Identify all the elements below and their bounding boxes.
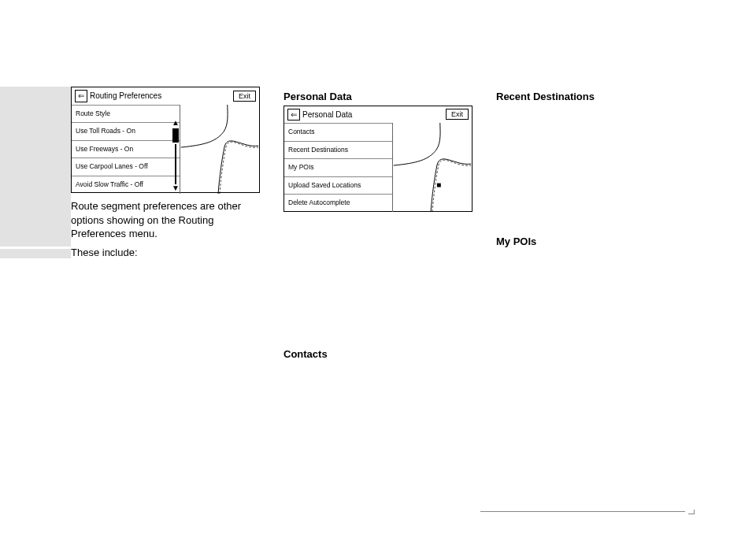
figure-header: ⇐ Personal Data Exit: [284, 106, 472, 124]
figure-body: Contacts Recent Destinations My POIs Upl…: [284, 123, 472, 212]
figure-routing-preferences: ⇐ Routing Preferences Exit Route Style U…: [71, 87, 260, 193]
back-icon: ⇐: [75, 90, 87, 102]
margin-grey-band: [0, 87, 71, 247]
figure-list-row: Avoid Slow Traffic - Off: [72, 176, 180, 194]
road-line: [431, 159, 471, 212]
road-dashed-line: [220, 142, 258, 194]
road-line: [181, 105, 228, 147]
figure-body: Route Style Use Toll Roads - On Use Free…: [72, 105, 259, 194]
figure-list: Route Style Use Toll Roads - On Use Free…: [72, 105, 180, 194]
figure-map: [393, 123, 472, 212]
figure-personal-data: ⇐ Personal Data Exit Contacts Recent Des…: [284, 106, 472, 212]
figure-list-row: Use Freeways - On: [72, 140, 180, 158]
figure-list-row: My POIs: [284, 158, 392, 176]
exit-button: Exit: [233, 91, 256, 102]
figure-title: Routing Preferences: [90, 91, 233, 102]
paragraph: These include:: [71, 246, 260, 260]
figure-map: [180, 105, 259, 194]
column-3: Recent Destinations My POIs: [496, 87, 685, 362]
road-line: [218, 140, 258, 193]
heading-contacts: Contacts: [284, 347, 472, 362]
map-marker-icon: [437, 184, 441, 187]
figure-list-row: Contacts: [284, 123, 392, 141]
back-icon: ⇐: [287, 109, 300, 121]
footer-tick-icon: [688, 510, 695, 514]
figure-list-row: Route Style: [72, 105, 180, 123]
road-line: [394, 123, 440, 165]
figure-header: ⇐ Routing Preferences Exit: [72, 87, 259, 105]
figure-list-row: Recent Destinations: [284, 141, 392, 159]
map-svg: [393, 123, 472, 212]
figure-list-row: Upload Saved Locations: [284, 176, 392, 195]
scroll-up-icon: ▲: [172, 119, 180, 127]
margin-grey-band: [0, 249, 71, 258]
figure-title: Personal Data: [302, 109, 446, 121]
scroll-thumb: [172, 128, 179, 143]
scrollbar: ▲ ▼: [170, 119, 181, 192]
spacer: [284, 218, 472, 344]
footer-line: [480, 511, 685, 512]
heading-personal-data: Personal Data: [284, 90, 472, 104]
spacer: [496, 106, 685, 232]
page-content: ⇐ Routing Preferences Exit Route Style U…: [0, 0, 756, 394]
figure-list-row: Use Toll Roads - On: [72, 122, 180, 140]
figure-list-row: Delete Autocomplete: [284, 194, 392, 212]
scroll-down-icon: ▼: [172, 184, 180, 192]
figure-list: Contacts Recent Destinations My POIs Upl…: [284, 123, 393, 212]
column-1: ⇐ Routing Preferences Exit Route Style U…: [71, 87, 260, 362]
heading-recent-destinations: Recent Destinations: [496, 90, 685, 104]
heading-my-pois: My POIs: [496, 235, 685, 249]
paragraph: Route segment preferences are other opti…: [71, 199, 260, 241]
figure-list-row: Use Carpool Lanes - Off: [72, 158, 180, 176]
scroll-rail: [175, 144, 176, 184]
exit-button: Exit: [446, 109, 469, 120]
map-svg: [180, 105, 259, 194]
column-2: Personal Data ⇐ Personal Data Exit Conta…: [284, 87, 472, 362]
